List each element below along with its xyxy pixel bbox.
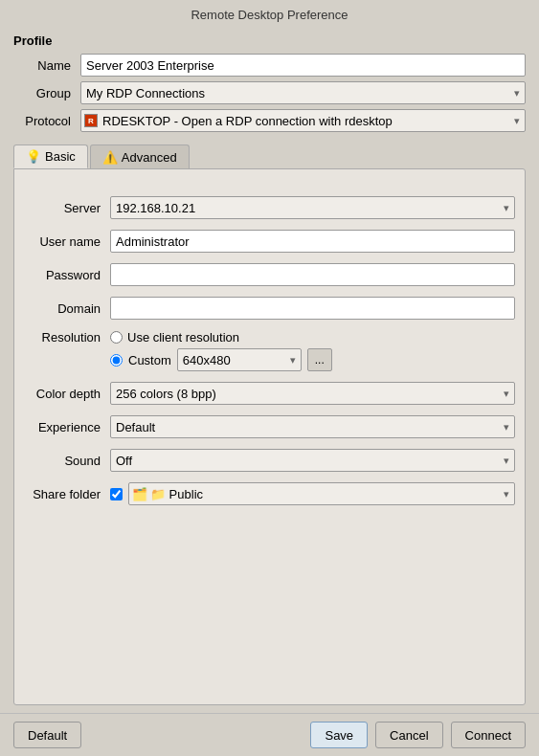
dialog: Remote Desktop Preference Profile Name G… (0, 0, 539, 756)
custom-radio-label: Custom (128, 353, 171, 367)
right-buttons: Save Cancel Connect (310, 722, 526, 748)
advanced-tab-label: Advanced (122, 150, 177, 165)
content-area: Profile Name Group My RDP Connections Pr… (0, 28, 539, 713)
basic-tab-label: Basic (45, 149, 76, 164)
cancel-button[interactable]: Cancel (375, 722, 442, 748)
experience-label: Experience (24, 420, 110, 434)
resolution-section: Resolution Use client resolution Custom … (24, 330, 515, 371)
password-label: Password (24, 268, 110, 282)
sharefolder-select[interactable]: 📁 Public (128, 482, 515, 505)
server-row: Server 192.168.10.21 (24, 196, 515, 219)
sharefolder-label: Share folder (24, 487, 110, 501)
experience-select-wrapper: Default (110, 415, 515, 438)
profile-section-title: Profile (13, 33, 526, 48)
tab-basic[interactable]: 💡 Basic (13, 145, 88, 168)
use-client-label: Use client resolution (127, 330, 239, 345)
resolution-select[interactable]: 640x480 800x600 1024x768 (177, 348, 302, 371)
name-input[interactable] (80, 54, 526, 77)
colordepth-label: Color depth (24, 387, 110, 401)
colordepth-select[interactable]: 256 colors (8 bpp) High color (15 bpp) H… (110, 382, 515, 405)
use-client-radio[interactable] (110, 331, 123, 344)
save-button[interactable]: Save (310, 722, 368, 748)
protocol-row: Protocol RDESKTOP - Open a RDP connectio… (13, 109, 526, 132)
name-label: Name (13, 58, 80, 73)
sharefolder-checkbox[interactable] (110, 488, 123, 500)
username-label: User name (24, 234, 110, 249)
group-row: Group My RDP Connections (13, 81, 526, 104)
domain-input[interactable] (110, 297, 515, 320)
password-input[interactable] (110, 263, 515, 286)
sound-select[interactable]: Off On (110, 449, 515, 472)
sharefolder-select-wrapper: 📁 Public 🗂️ (128, 482, 515, 505)
tab-panel-basic: Server 192.168.10.21 User name Password (13, 168, 526, 705)
colordepth-row: Color depth 256 colors (8 bpp) High colo… (24, 382, 515, 405)
group-select-wrapper: My RDP Connections (80, 81, 526, 104)
custom-radio[interactable] (110, 354, 123, 367)
resolution-dots-button[interactable]: ... (307, 348, 332, 371)
experience-select[interactable]: Default (110, 415, 515, 438)
colordepth-select-wrapper: 256 colors (8 bpp) High color (15 bpp) H… (110, 382, 515, 405)
username-row: User name (24, 230, 515, 253)
resolution-select-wrapper: 640x480 800x600 1024x768 (177, 348, 302, 371)
tabs-area: 💡 Basic ⚠️ Advanced (13, 145, 526, 168)
group-label: Group (13, 86, 80, 100)
server-select[interactable]: 192.168.10.21 (110, 196, 515, 219)
custom-resolution-row: Custom 640x480 800x600 1024x768 ... (110, 348, 332, 371)
dialog-title: Remote Desktop Preference (191, 8, 348, 22)
domain-label: Domain (24, 301, 110, 316)
sound-select-wrapper: Off On (110, 449, 515, 472)
sound-row: Sound Off On (24, 449, 515, 472)
sound-label: Sound (24, 454, 110, 468)
client-resolution-row: Use client resolution (110, 330, 239, 345)
name-row: Name (13, 54, 526, 77)
profile-section: Profile Name Group My RDP Connections Pr… (13, 33, 526, 137)
title-bar: Remote Desktop Preference (0, 0, 539, 28)
connect-button[interactable]: Connect (451, 722, 526, 748)
sharefolder-row: Share folder 📁 Public 🗂️ (24, 482, 515, 505)
resolution-label: Resolution (24, 330, 110, 345)
experience-row: Experience Default (24, 415, 515, 438)
advanced-tab-icon: ⚠️ (102, 150, 118, 165)
protocol-select[interactable]: RDESKTOP - Open a RDP connection with rd… (80, 109, 526, 132)
domain-row: Domain (24, 297, 515, 320)
server-label: Server (24, 201, 110, 215)
resolution-top-row: Resolution Use client resolution (24, 330, 515, 345)
tab-advanced[interactable]: ⚠️ Advanced (90, 145, 190, 168)
server-select-wrapper: 192.168.10.21 (110, 196, 515, 219)
default-button[interactable]: Default (13, 722, 81, 748)
protocol-label: Protocol (13, 114, 80, 128)
password-row: Password (24, 263, 515, 286)
protocol-select-wrapper: RDESKTOP - Open a RDP connection with rd… (80, 109, 526, 132)
username-input[interactable] (110, 230, 515, 253)
bottom-bar: Default Save Cancel Connect (0, 713, 539, 756)
group-select[interactable]: My RDP Connections (80, 81, 526, 104)
basic-tab-icon: 💡 (26, 149, 41, 164)
